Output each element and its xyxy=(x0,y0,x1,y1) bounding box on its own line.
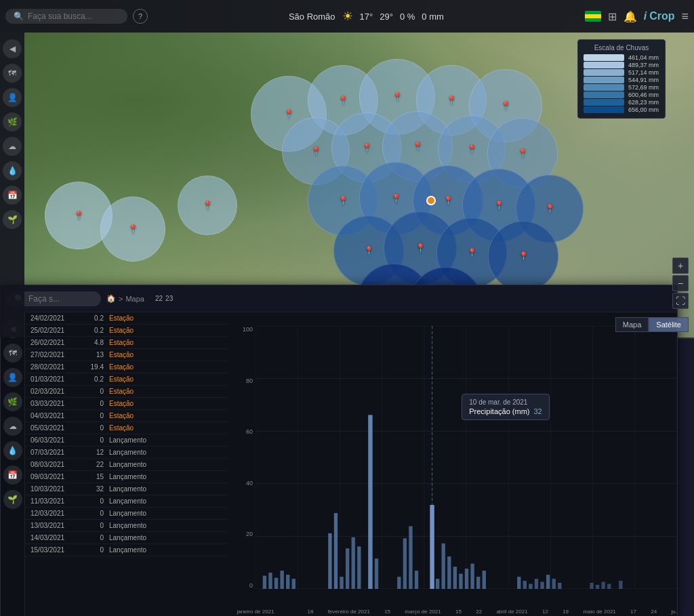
row-date: 03/03/2021 xyxy=(30,400,78,407)
location-pin-icon: 📍 xyxy=(415,243,426,253)
svg-rect-49 xyxy=(540,582,544,589)
row-date: 11/03/2021 xyxy=(30,497,78,505)
main-search-input[interactable] xyxy=(28,12,116,21)
zoom-in-button[interactable]: + xyxy=(672,258,689,274)
table-row[interactable]: 28/02/202119.4Estação xyxy=(25,361,228,373)
row-type: Estação xyxy=(109,327,223,334)
farm-circle[interactable]: 📍 xyxy=(178,176,237,235)
sidebar-weather-btn[interactable]: ☁ xyxy=(3,137,22,156)
main-search-box[interactable]: 🔍 xyxy=(5,9,127,24)
x-label-fev: fevereiro de 2021 xyxy=(328,609,370,615)
table-row[interactable]: 05/03/20210Estação xyxy=(25,422,228,434)
y-label-40: 40 xyxy=(246,480,253,487)
farm-circle[interactable] xyxy=(426,196,436,205)
data-sidebar-plant[interactable]: 🌱 xyxy=(3,490,22,509)
row-type: Lançamento xyxy=(109,534,223,541)
svg-rect-21 xyxy=(286,575,289,589)
table-row[interactable]: 07/03/202112Lançamento xyxy=(25,447,228,459)
sidebar-profile-btn[interactable]: 👤 xyxy=(3,88,22,107)
x-label-17: 17 xyxy=(630,609,636,615)
menu-button[interactable]: ≡ xyxy=(681,9,689,24)
table-row[interactable]: 13/03/20210Lançamento xyxy=(25,520,228,532)
table-row[interactable]: 11/03/20210Lançamento xyxy=(25,495,228,508)
svg-rect-31 xyxy=(397,577,401,589)
legend-value-label: 489,37 mm xyxy=(628,62,659,68)
location-label: São Romão xyxy=(289,12,335,22)
data-sidebar-crop[interactable]: 🌿 xyxy=(3,392,22,411)
table-row[interactable]: 14/03/20210Lançamento xyxy=(25,532,228,544)
data-window: 🔍 🏠 > Mapa 22 23 ◀ 🗺 👤 🌿 ☁ 💧 📅 🌱 24/02/2… xyxy=(0,285,678,616)
row-value: 0 xyxy=(83,424,104,432)
help-button[interactable]: ? xyxy=(133,9,148,24)
row-type: Estação xyxy=(109,400,223,407)
svg-rect-53 xyxy=(590,583,593,589)
data-sidebar-map[interactable]: 🗺 xyxy=(3,344,22,363)
x-label-18: 18 xyxy=(307,609,313,615)
table-row[interactable]: 15/03/20210Lançamento xyxy=(25,544,228,556)
sidebar-water-btn[interactable]: 💧 xyxy=(3,161,22,180)
tooltip-value: 32 xyxy=(533,407,542,415)
farm-circle[interactable]: 📍 xyxy=(100,197,165,262)
data-sidebar-weather[interactable]: ☁ xyxy=(3,417,22,436)
table-row[interactable]: 26/02/20214.8Estação xyxy=(25,337,228,349)
logo-i: i xyxy=(644,10,647,22)
data-sidebar-calendar[interactable]: 📅 xyxy=(3,466,22,485)
row-date: 08/03/2021 xyxy=(30,461,78,468)
table-row[interactable]: 10/03/202132Lançamento xyxy=(25,483,228,495)
table-row[interactable]: 24/02/20210.2Estação xyxy=(25,312,228,325)
data-search-input[interactable] xyxy=(28,294,96,304)
svg-rect-46 xyxy=(523,581,527,589)
sidebar-collapse-btn[interactable]: ◀ xyxy=(3,39,22,58)
table-row[interactable]: 12/03/20210Lançamento xyxy=(25,508,228,520)
table-row[interactable]: 02/03/20210Estação xyxy=(25,386,228,398)
row-value: 0 xyxy=(83,412,104,419)
fullscreen-button[interactable]: ⛶ xyxy=(672,293,689,309)
breadcrumb-map[interactable]: Mapa xyxy=(125,295,144,303)
header-right: ⊞ 🔔 i Crop ≡ xyxy=(585,9,689,24)
legend-color-swatch xyxy=(584,54,624,61)
table-row[interactable]: 08/03/202122Lançamento xyxy=(25,459,228,471)
location-pin-icon: 📍 xyxy=(518,148,528,158)
table-row[interactable]: 01/03/20210.2Estação xyxy=(25,373,228,386)
x-label-mar: março de 2021 xyxy=(405,609,441,615)
table-row[interactable]: 25/02/20210.2Estação xyxy=(25,325,228,337)
mapa-button[interactable]: Mapa xyxy=(615,317,649,332)
location-pin-icon: 📍 xyxy=(545,204,555,213)
app-logo: i Crop xyxy=(644,10,675,22)
breadcrumb: 🏠 > Mapa xyxy=(106,294,144,303)
table-row[interactable]: 03/03/20210Estação xyxy=(25,398,228,410)
bell-icon[interactable]: 🔔 xyxy=(624,10,637,23)
table-row[interactable]: 27/02/202113Estação xyxy=(25,349,228,361)
temp-high: 29° xyxy=(380,12,393,22)
sidebar-calendar-btn[interactable]: 📅 xyxy=(3,186,22,205)
legend-row: 572,69 mm xyxy=(584,84,659,91)
x-label-15: 15 xyxy=(384,609,390,615)
data-sidebar-profile[interactable]: 👤 xyxy=(3,368,22,387)
svg-rect-52 xyxy=(558,583,561,589)
home-icon[interactable]: 🏠 xyxy=(106,294,116,303)
svg-rect-29 xyxy=(368,415,372,589)
svg-rect-45 xyxy=(517,577,520,589)
satelite-button[interactable]: Satélite xyxy=(649,317,689,332)
farm-circle[interactable]: 📍 xyxy=(488,221,558,291)
legend-color-swatch xyxy=(584,84,624,91)
table-row[interactable]: 04/03/20210Estação xyxy=(25,410,228,422)
location-pin-icon: 📍 xyxy=(518,251,529,261)
row-date: 14/03/2021 xyxy=(30,534,78,541)
tooltip-date: 10 de mar. de 2021 xyxy=(469,398,542,406)
svg-rect-41 xyxy=(465,569,468,589)
row-date: 27/02/2021 xyxy=(30,351,78,358)
sidebar-plant-btn[interactable]: 🌱 xyxy=(3,210,22,229)
grid-icon[interactable]: ⊞ xyxy=(608,10,617,23)
svg-rect-30 xyxy=(375,558,378,589)
svg-rect-55 xyxy=(601,582,605,589)
data-sidebar-water[interactable]: 💧 xyxy=(3,441,22,460)
zoom-out-button[interactable]: − xyxy=(672,275,689,291)
sidebar-map-btn[interactable]: 🗺 xyxy=(3,64,22,83)
table-row[interactable]: 06/03/20210Lançamento xyxy=(25,434,228,447)
legend-color-swatch xyxy=(584,77,624,83)
sidebar-crop-btn[interactable]: 🌿 xyxy=(3,112,22,131)
table-row[interactable]: 09/03/202115Lançamento xyxy=(25,471,228,483)
humidity: 0 % xyxy=(400,12,415,22)
location-pin-icon: 📍 xyxy=(128,224,138,234)
